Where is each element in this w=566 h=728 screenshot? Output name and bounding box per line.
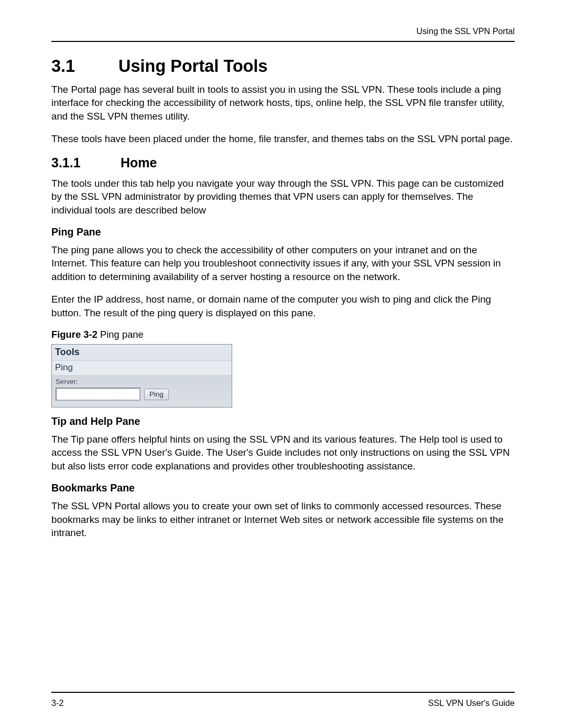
ping-paragraph-2: Enter the IP address, host name, or doma…	[51, 293, 515, 319]
ping-button[interactable]: Ping	[144, 389, 169, 400]
section-title: Using Portal Tools	[118, 57, 268, 76]
ping-paragraph-1: The ping pane allows you to check the ac…	[51, 243, 515, 283]
subsection-number: 3.1.1	[51, 155, 121, 170]
subsection-heading-3-1-1: 3.1.1Home	[51, 155, 515, 170]
server-input[interactable]	[56, 388, 140, 401]
tip-help-pane-heading: Tip and Help Pane	[51, 415, 515, 427]
tip-help-paragraph: The Tip pane offers helpful hints on usi…	[51, 433, 515, 473]
footer-rule	[51, 692, 515, 693]
section-heading-3-1: 3.1Using Portal Tools	[51, 57, 515, 76]
home-paragraph: The tools under this tab help you naviga…	[51, 177, 515, 217]
intro-paragraph-2: These tools have been placed under the h…	[51, 132, 515, 145]
ping-pane-figure: Tools Ping Server: Ping	[51, 344, 232, 408]
intro-paragraph-1: The Portal page has several built in too…	[51, 83, 515, 123]
running-header: Using the SSL VPN Portal	[51, 26, 515, 36]
ping-pane-heading: Ping Pane	[51, 226, 515, 238]
figure-caption-text: Ping pane	[97, 329, 144, 340]
figure-caption: Figure 3-2 Ping pane	[51, 329, 515, 340]
figure-caption-label: Figure 3-2	[51, 329, 97, 340]
bookmarks-paragraph: The SSL VPN Portal allows you to create …	[51, 499, 515, 539]
ping-input-row: Ping	[56, 388, 228, 401]
tools-pane-title: Tools	[52, 345, 232, 361]
page-footer: 3-2 SSL VPN User's Guide	[51, 692, 515, 708]
subsection-title: Home	[121, 155, 157, 170]
ping-pane-subtitle: Ping	[52, 361, 232, 376]
ping-pane-body: Server: Ping	[52, 376, 232, 407]
server-field-label: Server:	[56, 378, 228, 386]
bookmarks-pane-heading: Bookmarks Pane	[51, 482, 515, 494]
header-rule	[51, 41, 515, 42]
footer-doc-title: SSL VPN User's Guide	[428, 698, 515, 708]
page-number: 3-2	[51, 698, 63, 708]
section-number: 3.1	[51, 57, 118, 76]
